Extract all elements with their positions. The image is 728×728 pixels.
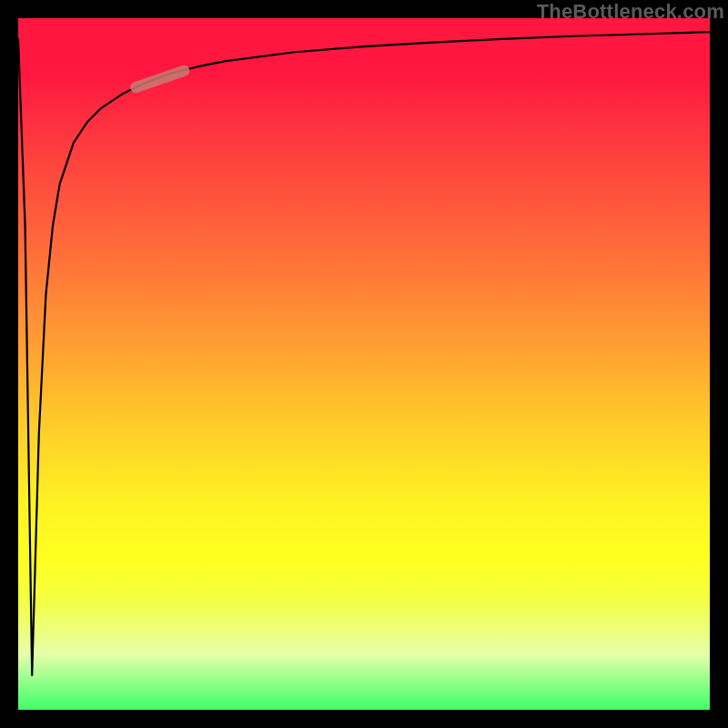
highlight-segment-path (136, 71, 184, 87)
curve-layer (18, 18, 710, 710)
plot-area (18, 18, 710, 710)
bottleneck-curve-path (18, 32, 710, 675)
chart-root: TheBottleneck.com (0, 0, 728, 728)
